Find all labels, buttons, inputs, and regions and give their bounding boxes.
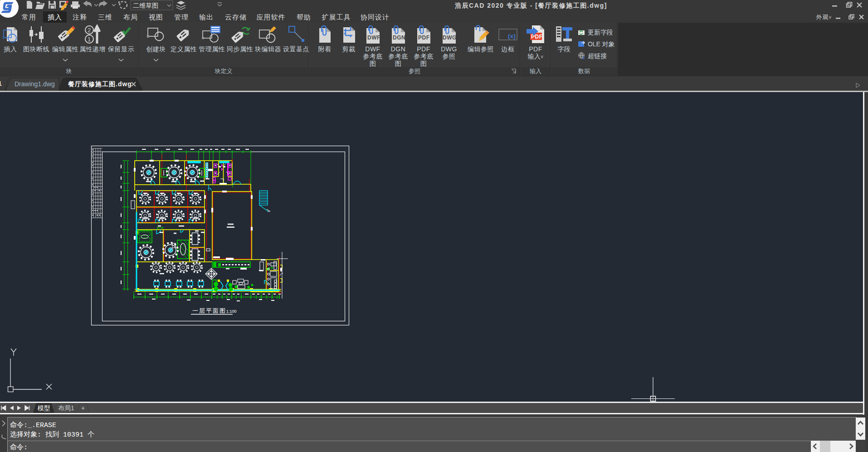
svg-text:布局1: 布局1: [58, 404, 74, 412]
svg-text:DWG: DWG: [443, 34, 457, 41]
svg-text:DWF: DWF: [367, 34, 380, 41]
svg-text:二维草图: 二维草图: [133, 2, 158, 9]
svg-text:模型: 模型: [37, 404, 50, 412]
svg-text:PDF: PDF: [531, 34, 543, 40]
svg-text:餐厅装修施工图.dwg: 餐厅装修施工图.dwg: [68, 80, 132, 88]
svg-text:2: 2: [88, 27, 91, 34]
svg-text:一层平面图: 一层平面图: [192, 307, 226, 314]
svg-text:(x): (x): [508, 33, 516, 39]
svg-text:1:100: 1:100: [226, 309, 237, 314]
svg-text:PDF: PDF: [418, 34, 430, 41]
svg-text:DGN: DGN: [393, 34, 405, 41]
svg-text:Drawing1.dwg: Drawing1.dwg: [15, 80, 55, 88]
svg-text:+: +: [81, 404, 85, 412]
svg-text:1: 1: [88, 36, 91, 43]
